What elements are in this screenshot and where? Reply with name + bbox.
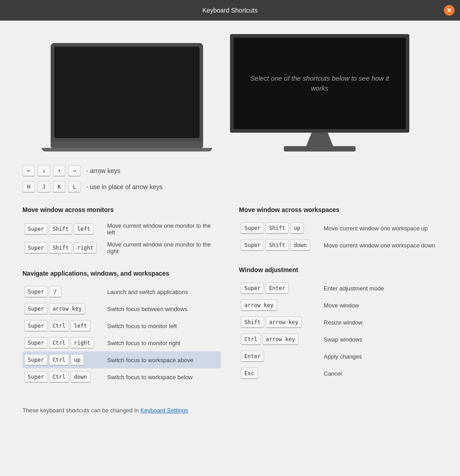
key-super: Super — [241, 222, 264, 234]
shortcut-desc: Move current window one workspace up — [324, 225, 428, 232]
shortcut-row-monitor-left[interactable]: Super Shift left Move current window one… — [22, 220, 221, 238]
legend-hjkl-text: - use in place of arrow keys — [86, 183, 162, 190]
key-arrow-key: arrow key — [262, 333, 299, 345]
section-move-workspaces: Move window across workspaces Super Shif… — [239, 206, 438, 254]
key-super: Super — [24, 354, 48, 366]
key-enter: Enter — [241, 351, 264, 362]
key-left-arrow: ← — [22, 165, 35, 177]
shortcut-row-launch[interactable]: Super / Launch and switch applications — [22, 283, 221, 300]
shortcut-desc: Move current window one monitor to the l… — [107, 222, 219, 236]
shortcut-row-move-window[interactable]: arrow key Move window — [239, 297, 438, 314]
shortcut-desc: Move current window one workspace down — [324, 242, 435, 249]
section-window-adjustment: Window adjustment Super Enter Enter adju… — [239, 266, 438, 382]
shortcut-desc: Switch focus to workspace above — [107, 357, 193, 363]
key-super: Super — [24, 223, 48, 235]
shortcut-desc: Switch focus to workspace below — [107, 374, 193, 381]
key-ctrl: Ctrl — [49, 337, 69, 349]
dialog-title: Keyboard Shortcuts — [203, 7, 258, 14]
key-ctrl: Ctrl — [49, 371, 69, 383]
key-l: L — [68, 181, 81, 193]
shortcut-desc: Switch focus to monitor left — [107, 323, 177, 329]
shortcut-row-monitor-right[interactable]: Super Shift right Move current window on… — [22, 238, 221, 257]
footer: These keyboard shortcuts can be changed … — [22, 407, 438, 414]
key-super: Super — [24, 242, 48, 254]
key-up-arrow: ↑ — [53, 165, 65, 177]
key-ctrl: Ctrl — [49, 320, 69, 332]
key-up: up — [290, 222, 304, 234]
shortcut-row-focus-right[interactable]: Super Ctrl right Switch focus to monitor… — [22, 334, 221, 351]
key-super: Super — [24, 337, 48, 349]
key-shift: Shift — [241, 316, 264, 328]
illustration-area: Select one of the shortcuts below to see… — [22, 34, 438, 151]
shortcut-row-focus-left[interactable]: Super Ctrl left Switch focus to monitor … — [22, 317, 221, 334]
shortcut-desc: Move window — [324, 302, 359, 309]
key-super: Super — [241, 239, 264, 251]
key-left: left — [70, 320, 91, 332]
shortcut-desc: Launch and switch applications — [107, 289, 188, 295]
key-shift: Shift — [265, 222, 289, 234]
key-super: Super — [24, 286, 48, 298]
key-arrow-key: arrow key — [265, 316, 302, 328]
section-move-workspaces-title: Move window across workspaces — [239, 206, 438, 213]
key-ctrl: Ctrl — [49, 354, 69, 366]
key-h: H — [22, 181, 35, 193]
shortcut-row-focus-above[interactable]: Super Ctrl up Switch focus to workspace … — [22, 351, 221, 368]
key-slash: / — [49, 286, 61, 298]
laptop-illustration — [51, 43, 203, 151]
shortcut-desc: Apply changes — [324, 353, 362, 360]
key-legend: ← ↓ ↑ → - arrow keys H J K L - use in pl… — [22, 165, 438, 193]
keyboard-settings-link[interactable]: Keyboard Settings — [140, 407, 188, 414]
key-arrow-key: arrow key — [49, 303, 85, 315]
section-move-monitors-title: Move window across monitors — [22, 206, 221, 213]
key-right-arrow: → — [68, 165, 81, 177]
key-up: up — [70, 354, 84, 366]
key-right: right — [70, 337, 94, 349]
shortcut-row-cancel[interactable]: Esc Cancel — [239, 365, 438, 382]
shortcut-row-enter-adjust[interactable]: Super Enter Enter adjustment mode — [239, 280, 438, 297]
legend-row-hjkl: H J K L - use in place of arrow keys — [22, 181, 438, 193]
shortcut-desc: Move current window one monitor to the r… — [107, 241, 219, 255]
key-super: Super — [24, 303, 48, 315]
key-super: Super — [24, 371, 48, 383]
key-shift: Shift — [265, 239, 289, 251]
shortcuts-left-col: Move window across monitors Super Shift … — [22, 206, 221, 398]
section-navigate: Navigate applications, windows, and work… — [22, 270, 221, 385]
footer-link-text: Keyboard Settings — [140, 407, 188, 414]
shortcut-row-focus-windows[interactable]: Super arrow key Switch focus between win… — [22, 300, 221, 317]
shortcuts-grid: Move window across monitors Super Shift … — [22, 206, 438, 398]
key-down: down — [290, 239, 310, 251]
key-esc: Esc — [241, 368, 258, 379]
shortcut-row-workspace-down[interactable]: Super Shift down Move current window one… — [239, 237, 438, 254]
footer-text: These keyboard shortcuts can be changed … — [22, 407, 140, 414]
shortcut-desc: Switch focus between windows — [107, 306, 187, 312]
key-shift: Shift — [49, 223, 72, 235]
key-down-arrow: ↓ — [38, 165, 50, 177]
legend-row-arrows: ← ↓ ↑ → - arrow keys — [22, 165, 438, 177]
key-j: J — [38, 181, 50, 193]
key-arrow-key: arrow key — [241, 299, 277, 311]
shortcut-row-focus-below[interactable]: Super Ctrl down Switch focus to workspac… — [22, 368, 221, 385]
key-super: Super — [24, 320, 48, 332]
key-left: left — [74, 223, 94, 235]
close-button[interactable]: ✕ — [444, 5, 455, 16]
monitor-illustration: Select one of the shortcuts below to see… — [230, 34, 409, 151]
shortcut-desc: Enter adjustment mode — [324, 285, 384, 292]
shortcut-row-apply-changes[interactable]: Enter Apply changes — [239, 348, 438, 365]
titlebar: Keyboard Shortcuts ✕ — [0, 0, 460, 21]
key-shift: Shift — [49, 242, 72, 254]
key-super: Super — [241, 282, 264, 294]
shortcut-desc: Swap windows — [324, 336, 362, 343]
key-down: down — [70, 371, 91, 383]
key-right: right — [74, 242, 97, 254]
close-icon: ✕ — [447, 7, 452, 14]
shortcut-row-swap-windows[interactable]: Ctrl arrow key Swap windows — [239, 331, 438, 348]
shortcut-row-resize-window[interactable]: Shift arrow key Resize window — [239, 314, 438, 331]
key-k: K — [53, 181, 65, 193]
key-ctrl: Ctrl — [241, 333, 261, 345]
key-enter: Enter — [265, 282, 289, 294]
shortcuts-right-col: Move window across workspaces Super Shif… — [239, 206, 438, 398]
shortcut-desc: Resize window — [324, 319, 363, 326]
shortcut-row-workspace-up[interactable]: Super Shift up Move current window one w… — [239, 220, 438, 237]
shortcut-desc: Switch focus to monitor right — [107, 340, 180, 346]
legend-arrow-text: - arrow keys — [86, 167, 120, 174]
